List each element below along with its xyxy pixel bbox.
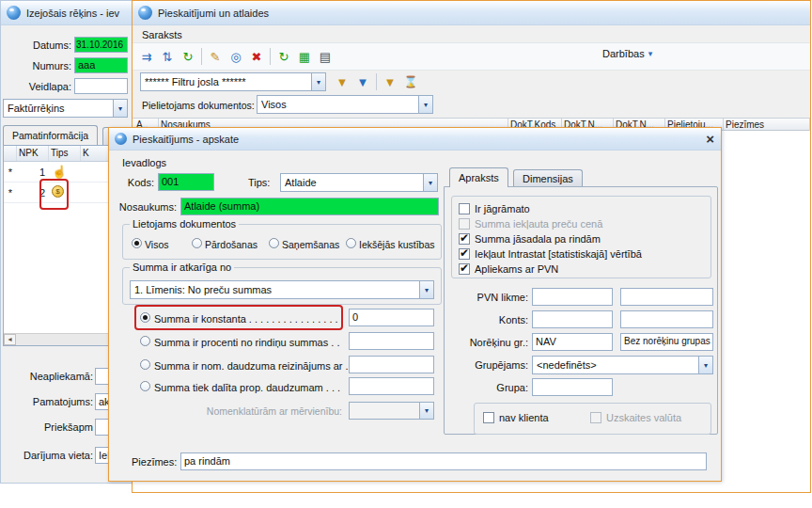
chevron-down-icon: ▾ (648, 49, 653, 58)
app-icon (138, 6, 152, 20)
numurs-field[interactable]: aaa (74, 57, 128, 73)
surcharge-dialog: Pieskaitījums - apskate × Ievadlogs Kods… (108, 127, 722, 482)
toolbar-separator (270, 48, 271, 65)
row-marker: * (4, 187, 17, 198)
list-titlebar[interactable]: Pieskaitījumi un atlaides (133, 1, 810, 25)
checkbox-pvn[interactable] (459, 263, 470, 275)
mervieniba-combo: ▾ (349, 402, 434, 420)
procenti-field[interactable] (349, 332, 434, 350)
pvn-likme-field[interactable] (532, 288, 613, 306)
chevron-down-icon[interactable]: ▾ (418, 96, 432, 113)
lietojams-group-title: Lietojams dokumentos (130, 218, 239, 230)
col-marker (4, 146, 17, 161)
chevron-down-icon[interactable]: ▾ (698, 357, 712, 373)
dalita-field[interactable] (349, 377, 434, 395)
tab-pamatinformacija[interactable]: Pamatinformācija (3, 125, 98, 145)
veidlapa-field[interactable] (74, 78, 128, 94)
prieksapm-label: Priekšapm (3, 421, 93, 434)
chevron-down-icon[interactable]: ▾ (311, 73, 325, 90)
pielietojams-combo[interactable]: Visos ▾ (257, 95, 433, 114)
radio-ieksejas[interactable] (346, 238, 356, 248)
kods-field[interactable]: 001 (158, 173, 214, 191)
filter-clear-icon[interactable]: ▼ (352, 72, 373, 91)
refresh-icon[interactable]: ↻ (178, 46, 198, 67)
radio-visos[interactable] (132, 238, 142, 248)
excel-icon[interactable]: ▦ (294, 46, 315, 67)
doctype-combo[interactable]: Faktūrrēķins ▾ (3, 99, 128, 118)
nosaukums-label: Nosaukums: (117, 201, 177, 214)
datums-field[interactable]: 31.10.2016 (74, 37, 128, 53)
checkbox-ir-jagramato[interactable] (459, 203, 470, 214)
checkbox-uzskaites-valuta (590, 412, 601, 423)
chevron-down-icon[interactable]: ▾ (113, 100, 127, 117)
chevron-down-icon[interactable]: ▾ (423, 174, 437, 191)
filter-edit-icon[interactable]: ▼ (380, 72, 400, 91)
find-icon[interactable]: ◎ (226, 46, 246, 67)
checkbox-ir-jagramato-label: Ir jāgrāmato (475, 203, 530, 215)
close-icon[interactable]: × (706, 130, 714, 149)
app-icon (7, 6, 21, 20)
filter-bar-combo[interactable]: ****** Filtru josla ****** ▾ (140, 72, 326, 91)
darbibas-button[interactable]: Darbības ▾ (602, 48, 652, 59)
radio-reizinajums[interactable] (140, 359, 150, 370)
limenis-combo[interactable]: 1. Līmenis: No preču summas ▾ (130, 280, 434, 299)
tab-dimensijas[interactable]: Dimensijas (513, 169, 583, 187)
refresh-list-icon[interactable]: ↻ (273, 46, 294, 67)
radio-sanemsanas[interactable] (269, 238, 279, 248)
grupejams-label: Grupējams: (447, 359, 528, 372)
toolbar-separator (201, 48, 202, 65)
piezimes-field[interactable]: pa rindām (180, 452, 707, 470)
ievadlogs-label: Ievadlogs (122, 157, 166, 169)
tips-combo[interactable]: Atlaide ▾ (280, 173, 438, 192)
checkbox-nav-klienta[interactable] (483, 412, 494, 423)
grupejams-combo[interactable]: <nedefinēts> ▾ (532, 356, 713, 374)
limenis-value: 1. Līmenis: No preču summas (131, 281, 419, 298)
filter-icon[interactable]: ▼ (332, 72, 352, 91)
dialog-titlebar[interactable]: Pieskaitījums - apskate (109, 128, 721, 151)
scroll-left-icon[interactable]: ◂ (4, 334, 16, 345)
grupejams-value: <nedefinēts> (533, 357, 698, 373)
checkbox-ieklauta-cena (459, 218, 470, 230)
radio-procenti[interactable] (140, 336, 150, 346)
veidlapa-label: Veidlapa: (3, 81, 71, 93)
pamatojums-label: Pamatojums: (3, 396, 93, 408)
chevron-down-icon: ▾ (419, 403, 433, 419)
neapliekama-label: Neapliekamā: (3, 371, 93, 383)
checkbox-jasadala-label: Summa jāsadala pa rindām (475, 233, 601, 246)
radio-dalita[interactable] (140, 381, 150, 391)
list-window-title: Pieskaitījumi un atlaides (158, 8, 269, 19)
reizinajums-field[interactable] (349, 356, 434, 373)
dialog-title: Pieskaitījums - apskate (133, 134, 239, 145)
col-npk[interactable]: NPK (17, 146, 49, 161)
sort-az-icon[interactable]: ⇅ (157, 46, 178, 67)
col-tips[interactable]: Tips (49, 146, 81, 161)
tab-apraksts[interactable]: Apraksts (449, 167, 508, 187)
app-icon (115, 133, 127, 145)
chevron-down-icon[interactable]: ▾ (419, 281, 433, 298)
konts-name-field[interactable] (620, 310, 713, 328)
radio-pardosanas[interactable] (192, 238, 202, 248)
column-header[interactable]: Piezīmes (724, 119, 810, 131)
norekinu-name-field[interactable]: Bez norēķinu grupas (620, 333, 713, 351)
print-icon[interactable]: ▤ (315, 46, 336, 67)
doctype-value: Faktūrrēķins (4, 100, 113, 117)
pvn-likme-name-field[interactable] (620, 288, 713, 306)
nomenklaturam-label: Nomenklatūrām ar mērvienību: (194, 405, 342, 418)
edit-icon[interactable]: ✎ (205, 46, 226, 67)
grupa-label: Grupa: (447, 382, 528, 394)
menu-saraksts[interactable]: Saraksts (142, 29, 182, 41)
norekinu-field[interactable]: NAV (532, 333, 613, 351)
delete-icon[interactable]: ✖ (246, 46, 267, 67)
nosaukums-field[interactable]: Atlaide (summa) (180, 198, 439, 215)
grupa-field[interactable] (532, 378, 613, 396)
piezimes-label: Piezīmes: (132, 456, 177, 468)
open-icon[interactable]: ⇉ (136, 46, 157, 67)
konts-field[interactable] (532, 310, 613, 328)
pvn-likme-label: PVN likme: (447, 292, 528, 304)
konts-label: Konts: (447, 314, 528, 326)
checkbox-jasadala[interactable] (459, 233, 470, 245)
filter-wait-icon[interactable]: ⌛ (400, 72, 421, 91)
checkbox-nav-klienta-label: nav klienta (499, 412, 549, 424)
konstanta-field[interactable]: 0 (349, 309, 434, 326)
checkbox-intrastat[interactable] (459, 248, 470, 260)
